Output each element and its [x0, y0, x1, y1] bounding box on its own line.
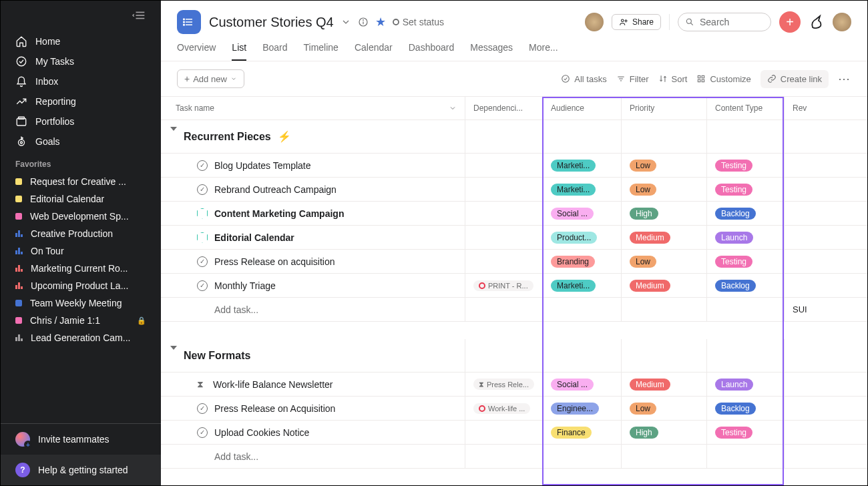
content-type-pill[interactable]: Backlog	[715, 208, 756, 220]
column-header[interactable]: Dependenci...	[465, 97, 543, 119]
help-button[interactable]: ? Help & getting started	[1, 455, 161, 485]
audience-pill[interactable]: Branding	[551, 256, 595, 268]
share-button[interactable]: Share	[612, 14, 661, 30]
priority-pill[interactable]: Low	[630, 403, 656, 415]
tab-overview[interactable]: Overview	[177, 42, 216, 61]
task-check-icon[interactable]	[197, 280, 208, 291]
audience-pill[interactable]: Marketi...	[551, 160, 596, 172]
task-row[interactable]: Monthly TriagePRINT - R...Marketi...Medi…	[161, 274, 867, 298]
star-icon[interactable]: ★	[375, 15, 386, 29]
add-new-button[interactable]: +Add new	[177, 69, 244, 88]
priority-pill[interactable]: High	[630, 208, 658, 220]
content-type-pill[interactable]: Launch	[715, 232, 753, 244]
chevron-down-icon[interactable]	[449, 104, 457, 112]
upgrade-icon[interactable]	[809, 14, 825, 30]
content-type-pill[interactable]: Testing	[715, 160, 752, 172]
search-input[interactable]: Search	[678, 13, 771, 31]
favorite-item[interactable]: Marketing Current Ro...	[1, 260, 161, 277]
tab-dashboard[interactable]: Dashboard	[409, 42, 455, 61]
add-task[interactable]: Add task...	[161, 445, 465, 468]
audience-pill[interactable]: Marketi...	[551, 280, 596, 292]
audience-pill[interactable]: Product...	[551, 232, 597, 244]
audience-pill[interactable]: Enginee...	[551, 403, 599, 415]
caret-down-icon[interactable]	[170, 131, 177, 143]
favorite-item[interactable]: Creative Production	[1, 225, 161, 242]
quick-add-button[interactable]: +	[779, 11, 801, 33]
nav-portfolios[interactable]: Portfolios	[1, 111, 161, 132]
column-header[interactable]: Audience	[543, 97, 622, 119]
content-type-pill[interactable]: Backlog	[715, 403, 756, 415]
more-icon[interactable]: ⋯	[838, 71, 851, 86]
task-row[interactable]: Press Release on AcquisitionWork-life ..…	[161, 397, 867, 421]
add-task[interactable]: Add task...	[161, 298, 465, 321]
audience-pill[interactable]: Social ...	[551, 379, 594, 391]
task-row[interactable]: Blog Updates TemplateMarketi...LowTestin…	[161, 154, 867, 178]
task-check-icon[interactable]	[197, 427, 208, 438]
info-icon[interactable]	[358, 17, 369, 27]
dependency-pill[interactable]: PRINT - R...	[473, 280, 533, 291]
task-row[interactable]: Press Release on acquisitionBrandingLowT…	[161, 250, 867, 274]
task-row[interactable]: Upload Cookies NoticeFinanceHighTesting	[161, 421, 867, 445]
content-type-pill[interactable]: Testing	[715, 256, 752, 268]
create-link-button[interactable]: Create link	[761, 70, 829, 88]
priority-pill[interactable]: Medium	[630, 280, 670, 292]
favorite-item[interactable]: On Tour	[1, 242, 161, 260]
column-header[interactable]: Priority	[622, 97, 707, 119]
task-row[interactable]: Editorial CalendarProduct...MediumLaunch	[161, 226, 867, 250]
favorite-item[interactable]: Upcoming Product La...	[1, 277, 161, 294]
column-header[interactable]: Task name	[161, 97, 465, 119]
nav-my-tasks[interactable]: My Tasks	[1, 51, 161, 71]
nav-reporting[interactable]: Reporting	[1, 91, 161, 111]
priority-pill[interactable]: Medium	[630, 232, 670, 244]
content-type-pill[interactable]: Testing	[715, 184, 752, 196]
task-row[interactable]: Content Marketing CampaignSocial ...High…	[161, 202, 867, 226]
user-avatar[interactable]	[833, 13, 851, 31]
audience-pill[interactable]: Marketi...	[551, 184, 596, 196]
tab-calendar[interactable]: Calendar	[355, 42, 393, 61]
task-check-icon[interactable]	[197, 256, 208, 267]
section-header[interactable]: Recurrent Pieces⚡	[161, 120, 465, 153]
invite-teammates[interactable]: Invite teammates	[1, 423, 161, 455]
content-type-pill[interactable]: Testing	[715, 427, 752, 439]
section-header[interactable]: New Formats	[161, 339, 465, 372]
customize-button[interactable]: Customize	[696, 74, 750, 84]
nav-home[interactable]: Home	[1, 31, 161, 51]
filter-button[interactable]: Filter	[616, 74, 649, 84]
dependency-pill[interactable]: ⧗Press Rele...	[473, 379, 534, 390]
favorite-item[interactable]: Web Development Sp...	[1, 208, 161, 225]
tab-more[interactable]: More...	[529, 42, 558, 61]
priority-pill[interactable]: Medium	[630, 379, 670, 391]
priority-pill[interactable]: Low	[630, 256, 656, 268]
tab-messages[interactable]: Messages	[470, 42, 513, 61]
content-type-pill[interactable]: Backlog	[715, 280, 756, 292]
nav-goals[interactable]: Goals	[1, 132, 161, 152]
dependency-pill[interactable]: Work-life ...	[473, 403, 530, 414]
member-avatar[interactable]	[585, 13, 604, 31]
set-status[interactable]: Set status	[393, 17, 444, 27]
priority-pill[interactable]: Low	[630, 184, 656, 196]
milestone-icon[interactable]	[197, 208, 208, 219]
task-row[interactable]: ⧗Work-life Balance Newsletter⧗Press Rele…	[161, 373, 867, 397]
audience-pill[interactable]: Finance	[551, 427, 592, 439]
task-row[interactable]: Rebrand Outreach CampaignMarketi...LowTe…	[161, 178, 867, 202]
tab-timeline[interactable]: Timeline	[304, 42, 339, 61]
chevron-down-icon[interactable]	[341, 17, 351, 27]
content-type-pill[interactable]: Launch	[715, 379, 753, 391]
task-check-icon[interactable]	[197, 160, 208, 171]
collapse-sidebar-icon[interactable]	[132, 7, 148, 23]
sort-button[interactable]: Sort	[658, 74, 688, 84]
nav-inbox[interactable]: Inbox	[1, 71, 161, 91]
caret-down-icon[interactable]	[170, 350, 177, 362]
tab-board[interactable]: Board	[262, 42, 287, 61]
priority-pill[interactable]: Low	[630, 160, 656, 172]
favorite-item[interactable]: Team Weekly Meeting	[1, 294, 161, 312]
favorite-item[interactable]: Editorial Calendar	[1, 190, 161, 208]
favorite-item[interactable]: Lead Generation Cam...	[1, 329, 161, 346]
favorite-item[interactable]: Chris / Jamie 1:1🔒	[1, 312, 161, 329]
milestone-icon[interactable]	[197, 232, 208, 243]
priority-pill[interactable]: High	[630, 427, 658, 439]
task-check-icon[interactable]	[197, 403, 208, 414]
audience-pill[interactable]: Social ...	[551, 208, 594, 220]
task-check-icon[interactable]	[197, 184, 208, 195]
all-tasks-button[interactable]: All tasks	[561, 74, 606, 84]
